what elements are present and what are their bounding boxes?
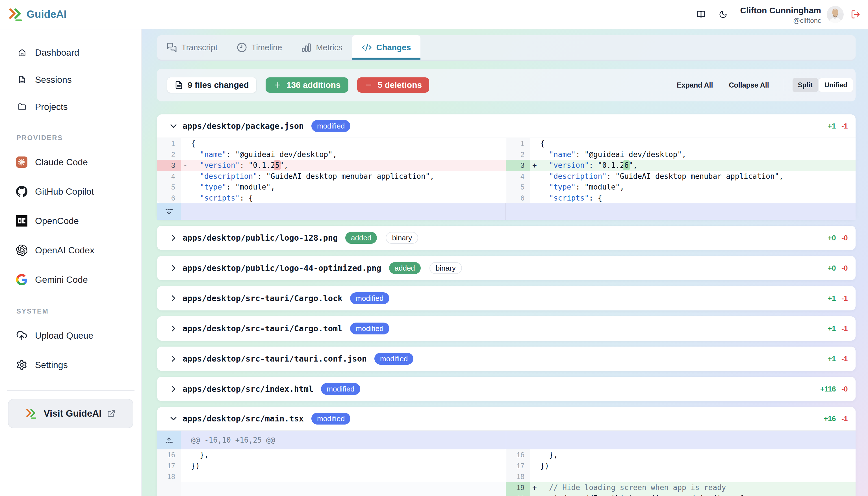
file-card-header[interactable]: apps/desktop/src-tauri/Cargo.tomlmodifie… xyxy=(157,316,856,341)
code-text: "name": "@guideai-dev/desktop", xyxy=(540,149,856,160)
expand-all-button[interactable]: Expand All xyxy=(677,81,713,89)
code-segment: : "0.1.2 xyxy=(239,161,275,169)
diff-pane-new: 16 },17})1819+ // Hide loading screen wh… xyxy=(506,431,856,496)
expand-hunk-gutter[interactable] xyxy=(157,431,181,449)
chevron-down-icon[interactable] xyxy=(168,121,179,131)
sidebar-item-gemini-code[interactable]: Gemini Code xyxy=(7,268,135,292)
external-link-icon xyxy=(107,409,115,418)
book-open-icon xyxy=(697,10,705,19)
opencode-logo-icon xyxy=(16,215,27,227)
diff-marker: - xyxy=(181,160,191,171)
openai-logo-icon xyxy=(16,245,27,256)
code-text: { xyxy=(540,138,856,149)
collapse-all-button[interactable]: Collapse All xyxy=(729,81,769,89)
sidebar-item-settings[interactable]: Settings xyxy=(7,353,135,377)
diff-summary-bar: 9 files changed 136 additions 5 deletion… xyxy=(157,68,856,102)
expand-row-left xyxy=(181,203,506,220)
file-card-header[interactable]: apps/desktop/src-tauri/tauri.conf.jsonmo… xyxy=(157,346,856,371)
file-card-header[interactable]: apps/desktop/src-tauri/Cargo.lockmodifie… xyxy=(157,286,856,310)
file-card-header[interactable]: apps/desktop/src/index.htmlmodified+116-… xyxy=(157,377,856,401)
tab-transcript[interactable]: Transcript xyxy=(157,35,227,60)
avatar[interactable] xyxy=(827,6,844,23)
theme-toggle-button[interactable] xyxy=(717,8,729,21)
diff-marker xyxy=(530,192,540,204)
sidebar-item-github-copilot[interactable]: GitHub Copilot xyxy=(7,180,135,203)
sidebar-item-dashboard[interactable]: Dashboard xyxy=(7,42,135,63)
chevron-down-icon[interactable] xyxy=(168,414,179,424)
code-segment xyxy=(191,172,200,181)
logout-button[interactable] xyxy=(849,8,862,21)
visit-guideai-button[interactable]: Visit GuideAI xyxy=(8,399,133,428)
chevron-right-icon[interactable] xyxy=(168,384,179,394)
chevron-right-icon[interactable] xyxy=(168,354,179,364)
sidebar-item-opencode[interactable]: OpenCode xyxy=(7,209,135,233)
file-list: apps/desktop/package.jsonmodified+1-11{2… xyxy=(157,114,856,496)
line-number: 4 xyxy=(506,171,530,182)
diff-stats: +1-1 xyxy=(827,355,848,363)
tab-bar: Transcript Timeline Metrics Changes xyxy=(157,35,856,60)
deletions-count: -1 xyxy=(841,414,848,423)
tab-timeline[interactable]: Timeline xyxy=(227,35,292,60)
file-card-header[interactable]: apps/desktop/package.jsonmodified+1-1 xyxy=(157,114,856,138)
tab-metrics[interactable]: Metrics xyxy=(292,35,352,60)
app-layout: Dashboard Sessions Projects PROVIDERS Cl… xyxy=(0,29,868,496)
tab-label: Timeline xyxy=(251,43,282,52)
chevron-right-icon[interactable] xyxy=(168,293,179,304)
system-item-label: Upload Queue xyxy=(35,330,93,341)
docs-button[interactable] xyxy=(695,8,707,21)
header-actions: Clifton Cunningham @cliftonc xyxy=(695,5,862,24)
file-path: apps/desktop/src-tauri/Cargo.toml xyxy=(183,324,342,333)
sidebar-item-label: Sessions xyxy=(35,75,72,85)
file-card-header[interactable]: apps/desktop/public/logo-128.pngaddedbin… xyxy=(157,226,856,250)
bar-chart-icon xyxy=(301,42,311,52)
code-segment: window.addEventListener('app-ready', () … xyxy=(540,494,744,496)
folder-icon xyxy=(18,103,26,111)
diff-line-row: 1{ xyxy=(157,138,506,149)
diff-marker xyxy=(530,431,540,449)
file-card-header[interactable]: apps/desktop/src/main.tsxmodified+16-1 xyxy=(157,407,856,430)
chevron-right-icon[interactable] xyxy=(168,233,179,243)
diff-controls: Expand All Collapse All Split Unified xyxy=(677,78,853,92)
code-segment: { xyxy=(540,139,545,148)
unified-view-button[interactable]: Unified xyxy=(819,78,853,92)
code-segment: }) xyxy=(540,462,549,470)
status-badge: modified xyxy=(311,120,350,132)
sidebar-item-openai-codex[interactable]: OpenAI Codex xyxy=(7,238,135,262)
code-segment: ", xyxy=(629,161,637,169)
line-number: 17 xyxy=(157,461,181,471)
tab-changes[interactable]: Changes xyxy=(352,35,420,60)
deletions-count: -1 xyxy=(841,122,848,130)
line-number: 18 xyxy=(506,471,530,482)
file-path: apps/desktop/public/logo-44-optimized.pn… xyxy=(183,264,382,273)
status-badge: modified xyxy=(321,383,360,395)
diff-line-row: 20+ window.addEventListener('app-ready',… xyxy=(506,493,856,496)
sidebar-item-upload-queue[interactable]: Upload Queue xyxy=(7,324,135,347)
split-view-button[interactable]: Split xyxy=(793,78,818,92)
code-text: // Hide loading screen when app is ready xyxy=(540,482,856,493)
expand-context-gutter[interactable] xyxy=(157,203,181,220)
code-segment: : "0.1.2 xyxy=(589,161,624,169)
split-diff: 1{2 "name": "@guideai-dev/desktop",3- "v… xyxy=(157,138,856,203)
code-text: "scripts": { xyxy=(191,192,506,204)
diff-line-row: 6 "scripts": { xyxy=(157,192,506,204)
chevron-right-icon[interactable] xyxy=(168,323,179,334)
sidebar-item-sessions[interactable]: Sessions xyxy=(7,69,135,90)
code-segment: }, xyxy=(191,451,209,459)
sidebar-item-claude-code[interactable]: Claude Code xyxy=(7,150,135,174)
sidebar-item-label: Dashboard xyxy=(35,47,79,58)
chevron-right-icon[interactable] xyxy=(168,263,179,273)
file-path: apps/desktop/src/index.html xyxy=(183,384,313,394)
additions-count: +0 xyxy=(827,234,836,242)
main-content: Transcript Timeline Metrics Changes 9 fi… xyxy=(142,29,868,496)
code-segment: : "@guideai-dev/desktop", xyxy=(576,150,686,159)
status-badge: modified xyxy=(311,413,350,424)
file-path: apps/desktop/src-tauri/Cargo.lock xyxy=(183,294,342,303)
sidebar-item-label: Projects xyxy=(35,102,68,112)
file-card-header[interactable]: apps/desktop/public/logo-44-optimized.pn… xyxy=(157,256,856,280)
diff-stats: +1-1 xyxy=(827,324,848,333)
code-text: "description": "GuideAI desktop menubar … xyxy=(540,171,856,182)
brand[interactable]: GuideAI xyxy=(9,7,67,22)
sidebar-item-projects[interactable]: Projects xyxy=(7,96,135,118)
code-segment: "scripts" xyxy=(549,194,589,202)
code-segment xyxy=(191,150,200,159)
